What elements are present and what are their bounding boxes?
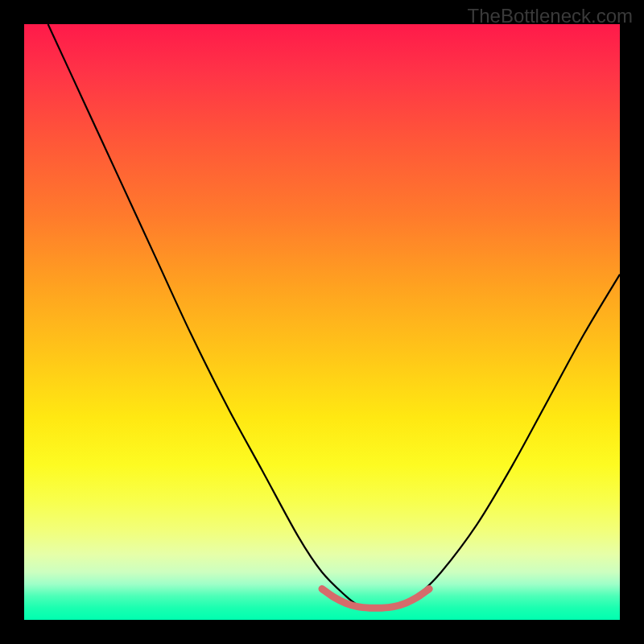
chart-svg <box>24 24 620 620</box>
sweet-spot-marker <box>322 589 429 609</box>
plot-area <box>24 24 620 620</box>
watermark-text: TheBottleneck.com <box>468 5 633 27</box>
bottleneck-curve <box>48 24 620 608</box>
